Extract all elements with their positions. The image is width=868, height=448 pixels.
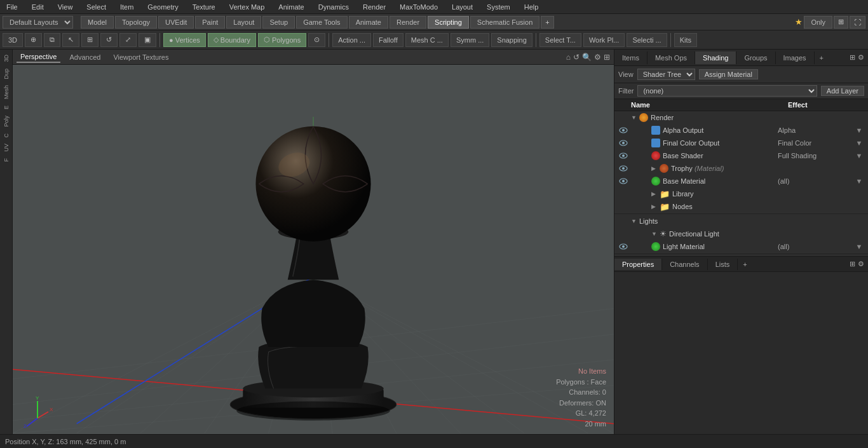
layout-expand-button[interactable]: ⊞ xyxy=(834,16,848,29)
layout-tab-render[interactable]: Render xyxy=(390,16,426,29)
sidebar-tab-f[interactable]: F xyxy=(2,156,11,165)
menu-help[interactable]: Help xyxy=(522,2,541,12)
tool-rotate-icon[interactable]: ↺ xyxy=(100,33,118,47)
add-layer-button[interactable]: Add Layer xyxy=(821,86,864,96)
layout-tab-scripting[interactable]: Scripting xyxy=(428,16,469,29)
viewport-settings-icon[interactable]: ⚙ xyxy=(594,53,601,62)
menu-layout[interactable]: Layout xyxy=(449,2,475,12)
panel-settings-icon[interactable]: ⚙ xyxy=(858,53,864,62)
tree-item-final-color[interactable]: Final Color Output Final Color ▼ xyxy=(614,137,868,149)
panel-tab-items[interactable]: Items xyxy=(614,51,648,64)
tool-falloff[interactable]: Falloff xyxy=(373,33,403,47)
layout-tab-model[interactable]: Model xyxy=(81,16,114,29)
menu-select[interactable]: Select xyxy=(84,2,109,12)
tool-symm[interactable]: Symm ... xyxy=(451,33,489,47)
panel-tab-shading[interactable]: Shading xyxy=(695,51,736,64)
layout-tab-layout[interactable]: Layout xyxy=(226,16,261,29)
tree-item-nodes[interactable]: ▶ 📁 Nodes xyxy=(614,200,868,213)
layout-tab-uvedit[interactable]: UVEdit xyxy=(158,16,194,29)
menu-geometry[interactable]: Geometry xyxy=(145,2,180,12)
tool-snap-icon[interactable]: ⊙ xyxy=(308,33,325,47)
prop-tab-properties[interactable]: Properties xyxy=(614,259,662,270)
menu-system[interactable]: System xyxy=(484,2,513,12)
layout-fullscreen-button[interactable]: ⛶ xyxy=(850,16,865,29)
menu-render[interactable]: Render xyxy=(360,2,388,12)
dropdown-base-shader[interactable]: ▼ xyxy=(854,152,864,160)
panel-tab-add[interactable]: + xyxy=(815,51,829,64)
tree-item-alpha-output[interactable]: Alpha Output Alpha ▼ xyxy=(614,124,868,137)
dropdown-base-material[interactable]: ▼ xyxy=(854,177,864,185)
tree-item-render[interactable]: ▼ Render xyxy=(614,111,868,124)
tool-work-pl[interactable]: Work Pl... xyxy=(583,33,625,47)
tool-mesh-c[interactable]: Mesh C ... xyxy=(405,33,449,47)
tree-item-lights[interactable]: ▼ Lights xyxy=(614,215,868,227)
tool-action[interactable]: Action ... xyxy=(332,33,371,47)
menu-maxtomodo[interactable]: MaxToModo xyxy=(397,2,440,12)
tool-globe-icon[interactable]: ⊕ xyxy=(25,33,42,47)
layout-tab-animate[interactable]: Animate xyxy=(349,16,388,29)
tool-select-icon[interactable]: ↖ xyxy=(62,33,79,47)
dropdown-final-color[interactable]: ▼ xyxy=(854,139,864,147)
eye-trophy[interactable] xyxy=(618,163,628,173)
menu-item[interactable]: Item xyxy=(118,2,136,12)
sidebar-tab-c[interactable]: C xyxy=(2,131,11,140)
eye-final-color[interactable] xyxy=(618,138,628,148)
prop-tab-lists[interactable]: Lists xyxy=(708,259,738,270)
viewport-tab-perspective[interactable]: Perspective xyxy=(17,51,60,63)
tree-item-directional-light[interactable]: ▼ ☀ Directional Light xyxy=(614,227,868,240)
panel-tab-groups[interactable]: Groups xyxy=(736,51,775,64)
layout-tab-topology[interactable]: Topology xyxy=(115,16,157,29)
viewport-home-icon[interactable]: ⌂ xyxy=(566,53,571,62)
tool-vertices[interactable]: ● Vertices xyxy=(163,33,206,47)
tool-boundary[interactable]: ◇ Boundary xyxy=(208,33,256,47)
tool-kits[interactable]: Kits xyxy=(674,33,697,47)
eye-base-material[interactable] xyxy=(618,176,628,186)
layout-tab-paint[interactable]: Paint xyxy=(195,16,225,29)
dropdown-light-material[interactable]: ▼ xyxy=(854,243,864,250)
tree-item-base-material[interactable]: Base Material (all) ▼ xyxy=(614,175,868,187)
menu-edit[interactable]: Edit xyxy=(29,2,46,12)
viewport-refresh-icon[interactable]: ↺ xyxy=(573,53,580,62)
menu-dynamics[interactable]: Dynamics xyxy=(316,2,351,12)
menu-file[interactable]: File xyxy=(4,2,20,12)
menu-vertexmap[interactable]: Vertex Map xyxy=(227,2,268,12)
view-dropdown[interactable]: Shader Tree xyxy=(637,69,695,80)
layout-tab-gametools[interactable]: Game Tools xyxy=(296,16,348,29)
prop-tab-channels[interactable]: Channels xyxy=(662,259,707,270)
viewport-canvas[interactable]: No Items Polygons : Face Channels: 0 Def… xyxy=(13,65,614,434)
eye-base-shader[interactable] xyxy=(618,151,628,161)
tree-item-light-material[interactable]: Light Material (all) ▼ xyxy=(614,240,868,253)
panel-tab-meshops[interactable]: Mesh Ops xyxy=(648,51,695,64)
layout-only-button[interactable]: Only xyxy=(804,16,832,29)
prop-settings-icon[interactable]: ⚙ xyxy=(858,260,864,268)
tool-scale-icon[interactable]: ⤢ xyxy=(119,33,137,47)
tool-lasso-icon[interactable]: ⧉ xyxy=(44,33,60,47)
eye-alpha[interactable] xyxy=(618,125,628,135)
layout-preset-dropdown[interactable]: Default Layouts xyxy=(3,16,73,29)
sidebar-tab-dup[interactable]: Dup xyxy=(2,66,11,82)
tool-selecti[interactable]: Selecti ... xyxy=(627,33,667,47)
menu-animate[interactable]: Animate xyxy=(276,2,306,12)
filter-dropdown[interactable]: (none) xyxy=(637,85,817,97)
tool-snapping[interactable]: Snapping xyxy=(491,33,532,47)
viewport-expand-icon[interactable]: ⊞ xyxy=(604,53,610,62)
tool-move-icon[interactable]: ⊞ xyxy=(81,33,98,47)
tree-item-library[interactable]: ▶ 📁 Library xyxy=(614,187,868,200)
sidebar-tab-3d[interactable]: 3D xyxy=(2,52,11,65)
prop-expand-icon[interactable]: ⊞ xyxy=(850,260,855,268)
layout-tab-schematic[interactable]: Schematic Fusion xyxy=(470,16,539,29)
sidebar-tab-e[interactable]: E xyxy=(2,103,11,112)
panel-tab-images[interactable]: Images xyxy=(776,51,815,64)
tool-select-t[interactable]: Select T... xyxy=(539,33,581,47)
tree-item-base-shader[interactable]: Base Shader Full Shading ▼ xyxy=(614,149,868,162)
dropdown-alpha-output[interactable]: ▼ xyxy=(854,126,864,134)
viewport-tab-textures[interactable]: Viewport Textures xyxy=(109,52,172,62)
menu-view[interactable]: View xyxy=(55,2,76,12)
tool-box-icon[interactable]: ▣ xyxy=(139,33,156,47)
assign-material-button[interactable]: Assign Material xyxy=(699,69,758,79)
sidebar-tab-poly[interactable]: Poly xyxy=(2,113,11,130)
viewport-zoom-icon[interactable]: 🔍 xyxy=(582,53,592,62)
sidebar-tab-uv[interactable]: UV xyxy=(2,141,11,154)
viewport-tab-advanced[interactable]: Advanced xyxy=(65,52,104,62)
layout-add-button[interactable]: + xyxy=(541,16,553,29)
